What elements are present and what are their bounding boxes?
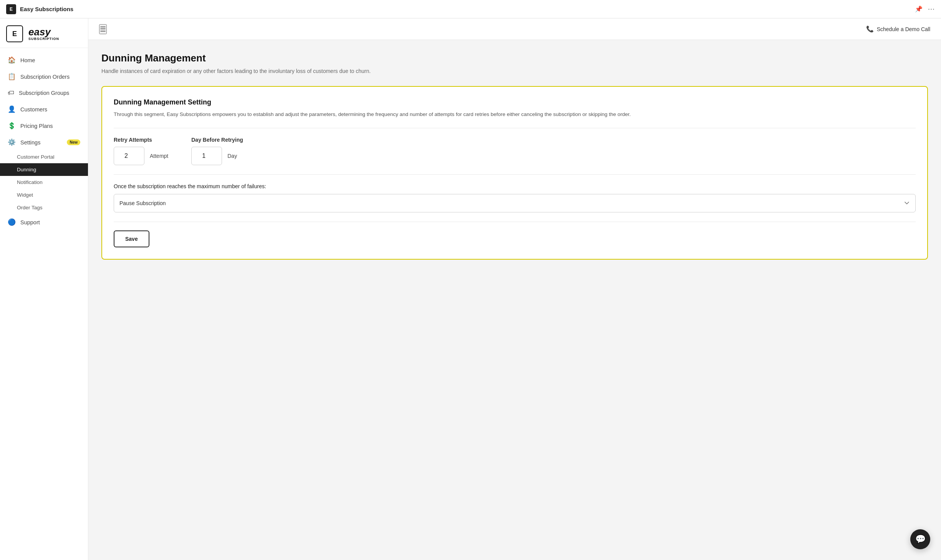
- notification-label: Notification: [17, 179, 43, 185]
- sidebar-item-subscription-orders[interactable]: 📋 Subscription Orders: [0, 68, 88, 85]
- sidebar-item-settings[interactable]: ⚙️ Settings New: [0, 134, 88, 151]
- nav-label-groups: Subscription Groups: [19, 90, 69, 96]
- sidebar-item-notification[interactable]: Notification: [0, 176, 88, 189]
- schedule-demo-label: Schedule a Demo Call: [877, 26, 930, 32]
- customer-portal-label: Customer Portal: [17, 154, 55, 160]
- logo-text: easy SUBSCRIPTION: [28, 27, 59, 41]
- order-tags-label: Order Tags: [17, 205, 43, 210]
- sidebar-item-support[interactable]: 🔵 Support: [0, 214, 88, 230]
- nav-items: 🏠 Home 📋 Subscription Orders 🏷 Subscript…: [0, 48, 88, 560]
- sidebar-item-pricing-plans[interactable]: 💲 Pricing Plans: [0, 118, 88, 134]
- retry-attempts-group: Retry Attempts Attempt: [114, 137, 168, 165]
- sidebar-item-customers[interactable]: 👤 Customers: [0, 101, 88, 118]
- logo-easy: easy: [28, 27, 51, 37]
- fields-row: Retry Attempts Attempt Day Before Retryi…: [114, 137, 916, 165]
- retry-attempts-label: Retry Attempts: [114, 137, 168, 143]
- topbar-app-title: Easy Subscriptions: [20, 6, 73, 12]
- content-body: Dunning Management Handle instances of c…: [88, 40, 941, 272]
- sidebar-item-dunning[interactable]: Dunning: [0, 163, 88, 176]
- divider-2: [114, 174, 916, 175]
- nav-label-support: Support: [20, 219, 40, 225]
- orders-icon: 📋: [8, 73, 16, 81]
- widget-label: Widget: [17, 192, 33, 198]
- nav-label-pricing: Pricing Plans: [20, 123, 53, 129]
- phone-icon: 📞: [866, 25, 874, 33]
- nav-label-home: Home: [20, 57, 35, 63]
- max-failures-dropdown-wrapper: Pause Subscription Cancel Subscription S…: [114, 194, 916, 212]
- retry-attempts-input[interactable]: [114, 147, 144, 165]
- divider-3: [114, 222, 916, 222]
- content-area: ☰ 📞 Schedule a Demo Call Dunning Managem…: [88, 18, 941, 560]
- sidebar-item-subscription-groups[interactable]: 🏷 Subscription Groups: [0, 85, 88, 101]
- save-button[interactable]: Save: [114, 230, 149, 247]
- dunning-card-title: Dunning Management Setting: [114, 98, 916, 106]
- nav-label-orders: Subscription Orders: [20, 74, 70, 80]
- more-options-icon[interactable]: ···: [928, 5, 935, 13]
- pricing-icon: 💲: [8, 122, 16, 130]
- sidebar: E easy SUBSCRIPTION 🏠 Home 📋 Subscriptio…: [0, 18, 88, 560]
- retry-attempts-unit: Attempt: [150, 153, 168, 159]
- chat-icon: 💬: [915, 534, 926, 544]
- sidebar-item-widget[interactable]: Widget: [0, 189, 88, 201]
- dunning-card: Dunning Management Setting Through this …: [101, 86, 928, 260]
- sidebar-item-home[interactable]: 🏠 Home: [0, 52, 88, 68]
- day-before-retrying-group: Day Before Retrying Day: [191, 137, 243, 165]
- sidebar-item-customer-portal[interactable]: Customer Portal: [0, 151, 88, 163]
- logo-box: E: [6, 25, 23, 42]
- settings-badge: New: [67, 139, 80, 145]
- home-icon: 🏠: [8, 56, 16, 64]
- pin-icon[interactable]: 📌: [915, 5, 923, 13]
- content-topbar: ☰ 📞 Schedule a Demo Call: [88, 18, 941, 40]
- day-before-retrying-input[interactable]: [191, 147, 222, 165]
- chat-bubble-button[interactable]: 💬: [910, 529, 930, 549]
- day-before-retrying-label: Day Before Retrying: [191, 137, 243, 143]
- support-icon: 🔵: [8, 218, 16, 226]
- settings-icon: ⚙️: [8, 138, 16, 146]
- divider-1: [114, 128, 916, 128]
- schedule-demo-button[interactable]: 📞 Schedule a Demo Call: [866, 25, 930, 33]
- nav-label-customers: Customers: [20, 106, 47, 113]
- dunning-card-description: Through this segment, Easy Subscriptions…: [114, 110, 916, 119]
- day-before-retrying-unit: Day: [227, 153, 237, 159]
- sidebar-logo: E easy SUBSCRIPTION: [0, 18, 88, 48]
- topbar: E Easy Subscriptions 📌 ···: [0, 0, 941, 18]
- topbar-logo-icon: E: [6, 4, 16, 14]
- dunning-label: Dunning: [17, 167, 36, 172]
- retry-attempts-input-row: Attempt: [114, 147, 168, 165]
- customers-icon: 👤: [8, 105, 16, 113]
- max-failures-section: Once the subscription reaches the maximu…: [114, 183, 916, 212]
- page-title: Dunning Management: [101, 52, 928, 64]
- max-failures-dropdown[interactable]: Pause Subscription Cancel Subscription S…: [114, 194, 916, 212]
- settings-sub-nav: Customer Portal Dunning Notification Wid…: [0, 151, 88, 214]
- groups-icon: 🏷: [8, 89, 14, 97]
- nav-label-settings: Settings: [20, 139, 40, 146]
- max-failures-label: Once the subscription reaches the maximu…: [114, 183, 916, 189]
- logo-sub: SUBSCRIPTION: [28, 37, 59, 41]
- main-layout: E easy SUBSCRIPTION 🏠 Home 📋 Subscriptio…: [0, 18, 941, 560]
- day-before-retrying-input-row: Day: [191, 147, 243, 165]
- hamburger-button[interactable]: ☰: [99, 24, 107, 34]
- page-subtitle: Handle instances of card expiration or a…: [101, 67, 928, 75]
- topbar-actions: 📌 ···: [915, 5, 935, 13]
- sidebar-item-order-tags[interactable]: Order Tags: [0, 201, 88, 214]
